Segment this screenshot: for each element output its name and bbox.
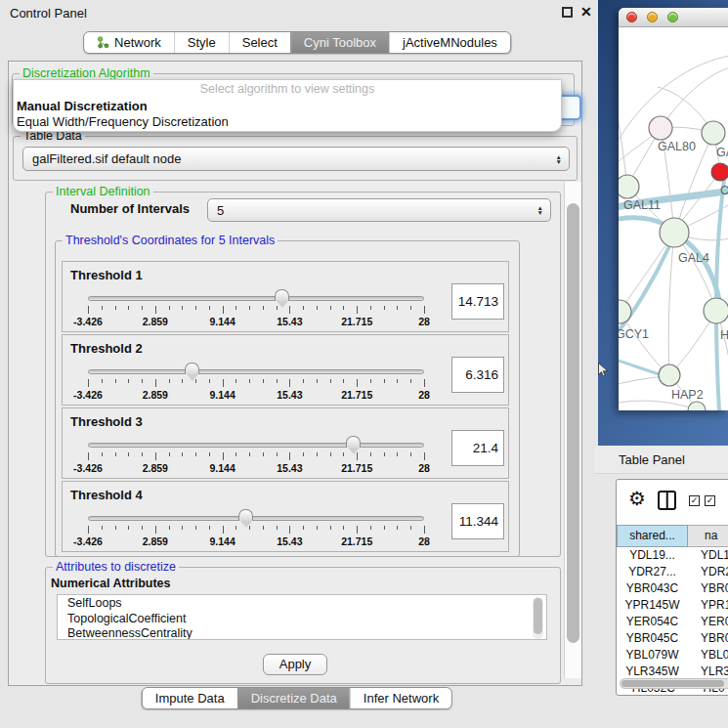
node-gal4[interactable]	[660, 218, 689, 247]
gear-icon[interactable]: ⚙	[628, 487, 646, 510]
right-panel: GAL80 GA C GAL11 GAL4 GCY1 H HAP2 Table …	[594, 0, 728, 728]
list-item[interactable]: BetweennessCentrality	[67, 626, 546, 640]
slider-track[interactable]	[88, 369, 424, 374]
slider-track[interactable]	[88, 516, 424, 521]
node-table: ⚙ ✓ ✓ shared... na YDL19...YDL1 YDR27...…	[616, 479, 728, 696]
dropdown-option-manual[interactable]: Manual Discretization	[17, 99, 148, 113]
table-row[interactable]: YER054CYER0	[617, 614, 728, 630]
number-of-intervals-combobox[interactable]: 5 ▲▼	[207, 198, 551, 222]
table-row[interactable]: YDL19...YDL1	[617, 547, 728, 564]
network-window-titlebar[interactable]	[619, 8, 728, 27]
network-window[interactable]: GAL80 GA C GAL11 GAL4 GCY1 H HAP2	[619, 8, 728, 410]
threshold-1-panel: Threshold 1 -3.4262.8599.14415.4321.7152…	[62, 261, 509, 332]
tab-cyni-toolbox-label: Cyni Toolbox	[304, 35, 376, 50]
tab-jactivemnodules-label: jActiveMNodules	[403, 35, 497, 50]
tick-label: -3.426	[73, 462, 103, 474]
tab-cyni-toolbox[interactable]: Cyni Toolbox	[290, 32, 389, 53]
threshold-value-field[interactable]: 14.713	[451, 283, 504, 320]
table-body: YDL19...YDL1 YDR27...YDR2 YBR043CYBR0 YP…	[617, 547, 728, 697]
node[interactable]	[704, 298, 728, 323]
checkbox-icon[interactable]: ✓	[689, 495, 700, 506]
list-scrollbar[interactable]	[533, 597, 543, 639]
slider-track[interactable]	[88, 443, 424, 448]
list-item[interactable]: TopologicalCoefficient	[67, 612, 546, 627]
slider-tick-labels: -3.4262.8599.14415.4321.71528	[88, 462, 424, 474]
control-panel: Control Panel ✕ Network Style Select Cyn…	[0, 0, 594, 728]
column-header-name[interactable]: na	[688, 525, 728, 547]
panel-scrollbar[interactable]	[564, 182, 581, 678]
tab-style[interactable]: Style	[174, 32, 229, 53]
cyni-mode-tabs: Impute Data Discretize Data Infer Networ…	[142, 687, 452, 709]
dropdown-option-equal-width[interactable]: Equal Width/Frequency Discretization	[17, 114, 229, 129]
window-zoom-icon[interactable]	[667, 12, 678, 22]
table-row[interactable]: YDR27...YDR2	[617, 564, 728, 580]
scrollbar-thumb[interactable]	[567, 203, 579, 643]
node[interactable]	[702, 121, 725, 145]
threshold-value-field[interactable]: 6.316	[451, 357, 504, 393]
threshold-value-field[interactable]: 11.344	[451, 503, 504, 539]
tick-label: 15.43	[277, 535, 302, 547]
panel-title: Control Panel	[10, 6, 87, 21]
column-header-shared-name[interactable]: shared...	[617, 525, 688, 547]
table-row[interactable]: YPR145WYPR1	[617, 597, 728, 614]
tick-label: 15.43	[277, 389, 302, 401]
table-data-combobox[interactable]: galFiltered.sif default node ▲▼	[22, 147, 570, 171]
slider-ticks	[88, 379, 424, 388]
threshold-value-field[interactable]: 21.4	[451, 430, 504, 466]
window-close-icon[interactable]	[626, 12, 637, 22]
node-hap2[interactable]	[659, 364, 680, 386]
checkbox-icon[interactable]: ✓	[705, 495, 715, 506]
slider-ticks	[88, 306, 424, 315]
network-icon	[97, 36, 109, 49]
tab-infer-network-label: Infer Network	[364, 691, 439, 706]
group-title: Threshold's Coordinates for 5 Intervals	[63, 234, 278, 247]
network-canvas[interactable]: GAL80 GA C GAL11 GAL4 GCY1 H HAP2	[619, 28, 728, 410]
network-graph: GAL80 GA C GAL11 GAL4 GCY1 H HAP2	[619, 28, 728, 410]
mouse-cursor	[598, 363, 609, 377]
window-minimize-icon[interactable]	[647, 12, 658, 22]
node[interactable]	[688, 402, 706, 410]
table-row[interactable]: YBR045CYBR0	[617, 630, 728, 647]
split-columns-icon[interactable]	[658, 491, 676, 510]
scrollbar-thumb[interactable]	[621, 680, 724, 687]
threshold-4-panel: Threshold 4 -3.4262.8599.14415.4321.7152…	[62, 481, 509, 552]
threshold-slider[interactable]: -3.4262.8599.14415.4321.71528	[88, 291, 424, 332]
tab-discretize-data-label: Discretize Data	[251, 691, 337, 706]
node-pink[interactable]	[649, 116, 672, 140]
threshold-label: Threshold 2	[70, 341, 143, 356]
node-label: GA	[716, 146, 728, 159]
threshold-slider[interactable]: -3.4262.8599.14415.4321.71528	[88, 438, 424, 479]
tab-network[interactable]: Network	[84, 32, 174, 53]
threshold-label: Threshold 4	[70, 488, 143, 502]
tick-label: 28	[418, 462, 430, 474]
tab-discretize-data[interactable]: Discretize Data	[237, 688, 350, 708]
node-label: GAL4	[678, 251, 709, 265]
table-row[interactable]: YBL079WYBL0	[617, 647, 728, 664]
slider-thumb[interactable]	[185, 363, 199, 374]
tab-infer-network[interactable]: Infer Network	[350, 688, 451, 708]
stepper-arrows-icon: ▲▼	[537, 205, 543, 215]
list-item[interactable]: SelfLoops	[67, 596, 546, 612]
threshold-slider[interactable]: -3.4262.8599.14415.4321.71528	[88, 511, 424, 552]
tick-label: 9.144	[209, 462, 235, 474]
slider-thumb[interactable]	[275, 289, 289, 301]
tab-select[interactable]: Select	[229, 32, 290, 53]
horizontal-scrollbar[interactable]	[620, 678, 728, 689]
slider-track[interactable]	[88, 296, 424, 301]
slider-thumb[interactable]	[238, 509, 253, 521]
node-gal11[interactable]	[619, 175, 639, 198]
tab-impute-data[interactable]: Impute Data	[143, 688, 237, 708]
threshold-slider[interactable]: -3.4262.8599.14415.4321.71528	[88, 364, 424, 406]
node-red-selected[interactable]	[711, 163, 728, 181]
table-row[interactable]: YBR043CYBR0	[617, 580, 728, 597]
tick-label: 9.144	[209, 389, 235, 401]
apply-button[interactable]: Apply	[263, 654, 327, 675]
close-icon[interactable]: ✕	[580, 4, 592, 20]
group-title: Interval Definition	[53, 185, 153, 198]
tab-jactivemnodules[interactable]: jActiveMNodules	[389, 32, 510, 53]
dropdown-hint: Select algorithm to view settings	[14, 82, 561, 96]
table-panel-title: Table Panel	[619, 452, 685, 467]
numerical-attributes-list[interactable]: SelfLoops TopologicalCoefficient Between…	[57, 594, 547, 640]
float-window-icon[interactable]	[562, 7, 573, 18]
slider-thumb[interactable]	[346, 436, 361, 448]
